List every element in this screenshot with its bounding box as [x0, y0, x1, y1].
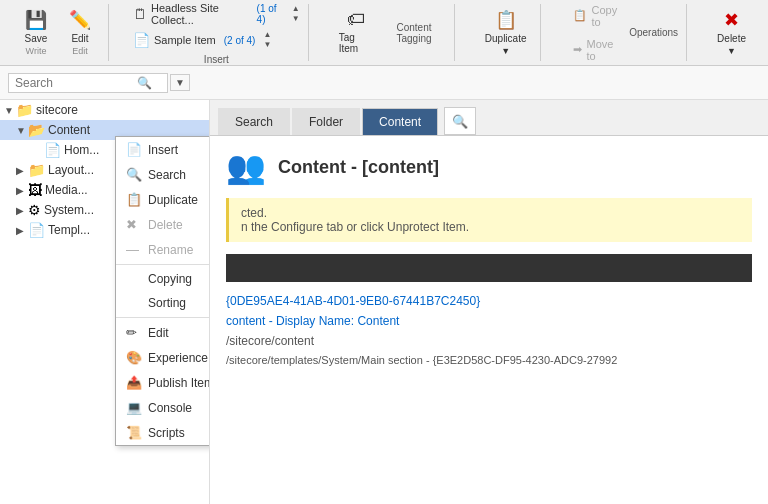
context-menu-duplicate[interactable]: 📋 Duplicate	[116, 187, 210, 212]
icon-templates: 📄	[28, 222, 45, 238]
content-path: /sitecore/content	[226, 334, 752, 348]
cm-experience-editor-label: Experience Editor	[148, 351, 210, 365]
label-templates: Templ...	[48, 223, 90, 237]
toggle-media: ▶	[16, 185, 28, 196]
warning-text-2: n the Configure tab or click Unprotect I…	[241, 220, 469, 234]
label-layout: Layout...	[48, 163, 94, 177]
cm-edit-icon: ✏	[126, 325, 142, 340]
copy-to-button[interactable]: 📋 Copy to	[565, 0, 625, 32]
insert-badge-2: (2 of 4)	[224, 35, 256, 46]
search-dropdown-button[interactable]: ▼	[170, 74, 190, 91]
search-input[interactable]	[15, 76, 135, 90]
context-menu-edit[interactable]: ✏ Edit	[116, 320, 210, 345]
edit-button[interactable]: ✏️ Edit Edit	[60, 5, 100, 60]
context-menu-copying[interactable]: Copying ▶	[116, 267, 210, 291]
icon-home: 📄	[44, 142, 61, 158]
insert-row-1: 🗒 Headless Site Collect... (1 of 4) ▲ ▼	[133, 0, 300, 28]
insert-arrows-2[interactable]: ▲ ▼	[263, 30, 271, 50]
move-to-label: Move to	[586, 38, 617, 62]
cm-publish-item-label: Publish Item	[148, 376, 210, 390]
content-display-name: content - Display Name: Content	[226, 314, 752, 328]
cm-search-icon: 🔍	[126, 167, 142, 182]
delete-button[interactable]: ✖ Delete ▼	[711, 5, 752, 60]
tab-content[interactable]: Content	[362, 108, 438, 135]
cm-delete-label: Delete	[148, 218, 183, 232]
cm-insert-label: Insert	[148, 143, 178, 157]
move-to-icon: ➡	[573, 43, 582, 56]
content-template: /sitecore/templates/System/Main section …	[226, 354, 752, 366]
edit-icon: ✏️	[69, 9, 91, 31]
insert-arrows-1[interactable]: ▲ ▼	[292, 4, 300, 24]
delete-icon: ✖	[724, 9, 739, 31]
icon-system: ⚙	[28, 202, 41, 218]
content-area: Search Folder Content 🔍 👥 Content - [con…	[210, 100, 768, 504]
cm-copying-label: Copying	[148, 272, 192, 286]
toolbar: 💾 Save Write ✏️ Edit Edit 🗒 Headless Sit…	[0, 0, 768, 66]
context-menu-publish-item[interactable]: 📤 Publish Item	[116, 370, 210, 395]
tab-folder[interactable]: Folder	[292, 108, 360, 135]
tab-search-icon-button[interactable]: 🔍	[444, 107, 476, 135]
cm-delete-icon: ✖	[126, 217, 142, 232]
cm-publish-item-icon: 📤	[126, 375, 142, 390]
tree-item-sitecore[interactable]: ▼ 📁 sitecore	[0, 100, 209, 120]
tag-item-label: Tag Item	[339, 32, 373, 54]
insert-badge-1: (1 of 4)	[257, 3, 284, 25]
duplicate-dropdown-arrow: ▼	[501, 46, 510, 56]
save-label: Save	[25, 33, 48, 44]
copy-to-label: Copy to	[591, 4, 617, 28]
duplicate-button[interactable]: 📋 Duplicate ▼	[479, 5, 533, 60]
main-layout: ▼ 📁 sitecore ▼ 📂 Content 📄 Hom... ▶ 📁 La…	[0, 100, 768, 504]
duplicate-group: 📋 Duplicate ▼	[471, 4, 542, 61]
icon-content: 📂	[28, 122, 45, 138]
cm-console-label: Console	[148, 401, 192, 415]
label-home: Hom...	[64, 143, 99, 157]
context-menu-sorting[interactable]: Sorting ▶	[116, 291, 210, 315]
context-menu-rename[interactable]: — Rename	[116, 237, 210, 262]
icon-sitecore: 📁	[16, 102, 33, 118]
tag-icon: 🏷	[347, 9, 365, 30]
icon-layout: 📁	[28, 162, 45, 178]
tag-item-button[interactable]: 🏷 Tag Item	[333, 5, 379, 60]
toggle-content: ▼	[16, 125, 28, 136]
toggle-templates: ▶	[16, 225, 28, 236]
content-guid: {0DE95AE4-41AB-4D01-9EB0-67441B7C2450}	[226, 294, 752, 308]
cm-scripts-label: Scripts	[148, 426, 185, 440]
cm-separator-2	[116, 317, 210, 318]
insert-group: 🗒 Headless Site Collect... (1 of 4) ▲ ▼ …	[125, 4, 309, 61]
context-menu-insert[interactable]: 📄 Insert ▶	[116, 137, 210, 162]
tabs: Search Folder Content 🔍	[210, 100, 768, 136]
edit-label: Edit	[71, 33, 88, 44]
insert-breadcrumb-2: Sample Item	[154, 34, 216, 46]
save-button[interactable]: 💾 Save Write	[16, 5, 56, 60]
content-header-icon: 👥	[226, 148, 266, 186]
warning-text-1: cted.	[241, 206, 267, 220]
delete-label: Delete	[717, 33, 746, 44]
search-input-container: 🔍	[8, 73, 168, 93]
context-menu-console[interactable]: 💻 Console	[116, 395, 210, 420]
dark-bar	[226, 254, 752, 282]
warning-box: cted. n the Configure tab or click Unpro…	[226, 198, 752, 242]
cm-separator-1	[116, 264, 210, 265]
tab-search-icon: 🔍	[452, 114, 468, 129]
cm-duplicate-icon: 📋	[126, 192, 142, 207]
operations-label: Operations	[629, 27, 678, 38]
label-system: System...	[44, 203, 94, 217]
move-to-button[interactable]: ➡ Move to	[565, 34, 625, 66]
tab-content-label: Content	[379, 115, 421, 129]
toggle-sitecore: ▼	[4, 105, 16, 116]
context-menu-experience-editor[interactable]: 🎨 Experience Editor	[116, 345, 210, 370]
tab-search[interactable]: Search	[218, 108, 290, 135]
context-menu-scripts[interactable]: 📜 Scripts ▶	[116, 420, 210, 445]
context-menu-delete[interactable]: ✖ Delete	[116, 212, 210, 237]
insert-icon-2: 📄	[133, 32, 150, 48]
copy-to-icon: 📋	[573, 9, 587, 22]
context-menu: 📄 Insert ▶ 🔍 Search 📋 Duplicate ✖ Delete	[115, 136, 210, 446]
cm-edit-label: Edit	[148, 326, 169, 340]
cm-search-label: Search	[148, 168, 186, 182]
context-menu-search[interactable]: 🔍 Search	[116, 162, 210, 187]
insert-row-2: 📄 Sample Item (2 of 4) ▲ ▼	[133, 28, 300, 52]
insert-label: Insert	[133, 54, 300, 65]
cm-rename-label: Rename	[148, 243, 193, 257]
search-submit-button[interactable]: 🔍	[135, 76, 154, 90]
duplicate-icon: 📋	[495, 9, 517, 31]
